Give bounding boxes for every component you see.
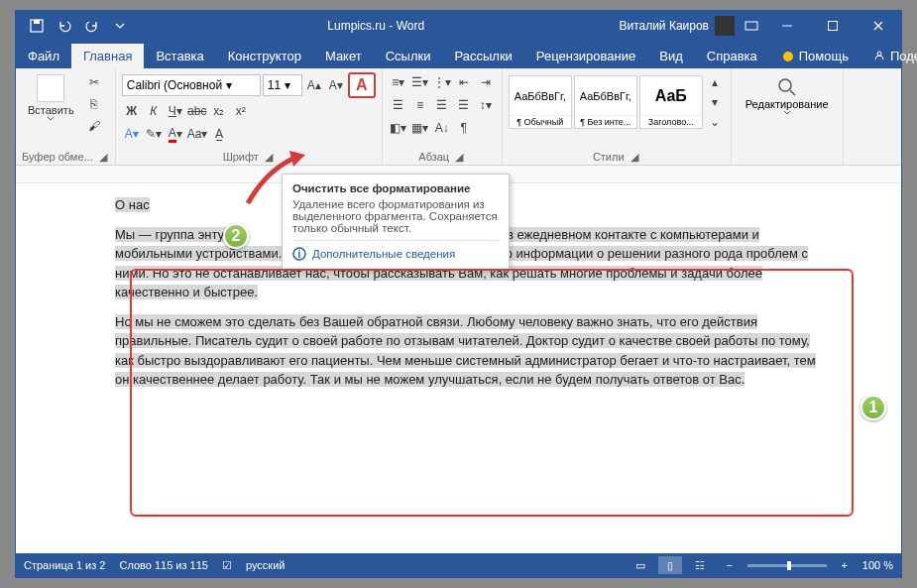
minimize-button[interactable]	[764, 11, 810, 41]
info-icon: i	[292, 247, 306, 261]
ribbon-display-icon[interactable]	[739, 13, 764, 39]
group-editing: Редактирование	[732, 68, 844, 165]
window-title: Lumpics.ru - Word	[133, 19, 619, 33]
zoom-level[interactable]: 100 %	[862, 559, 893, 571]
zoom-in-icon[interactable]: +	[833, 556, 857, 574]
text-effects-icon[interactable]: A▾	[122, 124, 142, 144]
web-layout-icon[interactable]: ☷	[688, 556, 712, 574]
svg-rect-1	[34, 20, 40, 24]
numbering-icon[interactable]: ☰▾	[410, 72, 430, 92]
styles-more-icon[interactable]: ⌄	[705, 112, 725, 132]
group-label-paragraph: Абзац	[418, 151, 449, 163]
font-launcher[interactable]: ◢	[263, 151, 275, 163]
font-name-combo[interactable]: Calibri (Основной▾	[122, 74, 261, 96]
italic-icon[interactable]: К	[144, 101, 164, 121]
multilevel-icon[interactable]: ⋮▾	[432, 72, 452, 92]
status-language[interactable]: русский	[246, 559, 285, 571]
bold-icon[interactable]: Ж	[122, 101, 142, 121]
tab-share[interactable]: Поделиться	[860, 44, 917, 68]
styles-up-icon[interactable]: ▴	[705, 72, 725, 92]
font-size-combo[interactable]: 11▾	[263, 74, 302, 96]
style-no-spacing[interactable]: АаБбВвГг,¶ Без инте...	[574, 75, 637, 129]
tooltip-clear-formatting: Очистить все форматирование Удаление все…	[282, 174, 510, 270]
svg-text:i: i	[298, 249, 301, 260]
style-heading1[interactable]: АаБЗаголово...	[639, 75, 703, 129]
format-painter-icon[interactable]: 🖌	[84, 116, 104, 136]
zoom-out-icon[interactable]: −	[718, 556, 742, 574]
group-label-styles: Стили	[593, 151, 625, 163]
group-styles: АаБбВвГг,¶ Обычный АаБбВвГг,¶ Без инте..…	[503, 68, 732, 165]
borders-icon[interactable]: ▦▾	[410, 118, 430, 138]
tab-references[interactable]: Ссылки	[374, 44, 443, 68]
cut-icon[interactable]: ✂	[84, 72, 104, 92]
doc-heading: О нас	[115, 197, 150, 212]
undo-icon[interactable]	[52, 13, 77, 39]
group-font: Calibri (Основной▾ 11▾ A▴ A▾ A Ж К Ч▾ ab…	[116, 68, 383, 165]
redo-icon[interactable]	[79, 13, 105, 39]
print-layout-icon[interactable]: ▯	[658, 556, 682, 574]
tooltip-body: Удаление всего форматирования из выделен…	[292, 198, 499, 234]
zoom-slider[interactable]	[747, 564, 827, 567]
autosave-icon[interactable]	[24, 13, 50, 39]
highlight-icon[interactable]: ✎▾	[144, 124, 164, 144]
paste-button[interactable]: Вставить	[22, 72, 80, 124]
tab-design[interactable]: Конструктор	[216, 44, 313, 68]
underline-icon[interactable]: Ч▾	[166, 101, 185, 121]
editing-button[interactable]: Редактирование	[738, 72, 837, 120]
styles-launcher[interactable]: ◢	[629, 151, 640, 163]
strikethrough-icon[interactable]: abc	[187, 101, 207, 121]
align-left-icon[interactable]: ☰	[389, 95, 408, 115]
tab-home[interactable]: Главная	[71, 44, 144, 68]
status-page[interactable]: Страница 1 из 2	[24, 559, 105, 571]
show-marks-icon[interactable]: ¶	[454, 118, 474, 138]
change-case-icon[interactable]: Aa▾	[187, 124, 208, 144]
line-spacing-icon[interactable]: ↕▾	[476, 95, 496, 115]
tab-view[interactable]: Вид	[647, 44, 695, 68]
tab-tellme[interactable]: Помощь	[769, 44, 860, 68]
clear-formatting-button[interactable]: A	[348, 72, 376, 98]
styles-down-icon[interactable]: ▾	[705, 92, 725, 112]
bullets-icon[interactable]: ≡▾	[389, 72, 408, 92]
maximize-button[interactable]	[810, 11, 856, 41]
character-border-icon[interactable]: A̲	[209, 124, 229, 144]
decrease-indent-icon[interactable]: ⇤	[454, 72, 474, 92]
style-normal[interactable]: АаБбВвГг,¶ Обычный	[509, 75, 572, 129]
ribbon: Вставить ✂ ⎘ 🖌 Буфер обме...◢ Calibri (О…	[16, 68, 901, 166]
subscript-icon[interactable]: x₂	[209, 101, 229, 121]
group-label-font: Шрифт	[223, 151, 259, 163]
tab-insert[interactable]: Вставка	[144, 44, 215, 68]
increase-indent-icon[interactable]: ⇥	[476, 72, 496, 92]
read-mode-icon[interactable]: ▭	[629, 556, 652, 574]
align-right-icon[interactable]: ☰	[432, 95, 452, 115]
tab-file[interactable]: Файл	[16, 44, 71, 68]
justify-icon[interactable]: ☰	[454, 95, 474, 115]
svg-rect-4	[829, 22, 838, 31]
shrink-font-icon[interactable]: A▾	[326, 75, 346, 95]
font-color-icon[interactable]: A▾	[166, 124, 185, 144]
align-center-icon[interactable]: ≡	[410, 95, 430, 115]
grow-font-icon[interactable]: A▴	[304, 75, 324, 95]
tab-mailings[interactable]: Рассылки	[442, 44, 523, 68]
document-area[interactable]: О нас Мы — группа энтузиать Вам в ежедне…	[16, 166, 901, 550]
svg-rect-2	[745, 22, 757, 30]
ribbon-tabs: Файл Главная Вставка Конструктор Макет С…	[16, 41, 901, 68]
tooltip-more-link[interactable]: i Дополнительные сведения	[292, 240, 499, 261]
superscript-icon[interactable]: x²	[231, 101, 251, 121]
qat-customize-icon[interactable]	[107, 13, 133, 39]
user-area[interactable]: Виталий Каиров	[619, 16, 739, 36]
paste-icon	[37, 74, 64, 102]
copy-icon[interactable]: ⎘	[84, 94, 104, 114]
clipboard-launcher[interactable]: ◢	[97, 151, 109, 163]
tab-help[interactable]: Справка	[695, 44, 769, 68]
paragraph-launcher[interactable]: ◢	[453, 151, 465, 163]
proofing-icon[interactable]: ☑	[222, 559, 232, 572]
close-button[interactable]	[856, 11, 901, 41]
shading-icon[interactable]: ◧▾	[389, 118, 408, 138]
status-words[interactable]: Слово 115 из 115	[119, 559, 208, 571]
tab-review[interactable]: Рецензирование	[524, 44, 647, 68]
group-paragraph: ≡▾ ☰▾ ⋮▾ ⇤ ⇥ ☰ ≡ ☰ ☰ ↕▾ ◧▾	[383, 68, 503, 165]
sort-icon[interactable]: A↓	[432, 118, 452, 138]
tab-layout[interactable]: Макет	[313, 44, 374, 68]
annotation-marker-1: 1	[860, 395, 886, 420]
find-icon	[776, 76, 798, 98]
